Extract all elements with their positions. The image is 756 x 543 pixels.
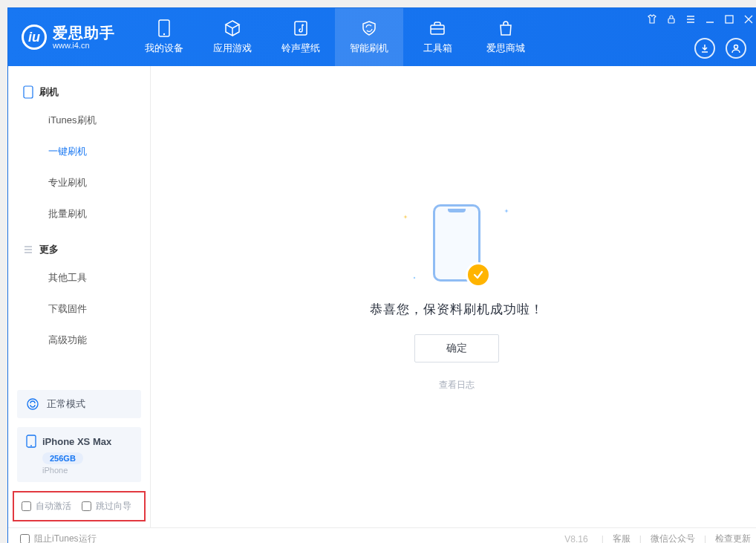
body: 刷机 iTunes刷机 一键刷机 专业刷机 批量刷机 更多 其他工具 下载固件 … bbox=[8, 66, 756, 527]
sidebar-group-more: 更多 bbox=[8, 237, 150, 262]
sidebar-item-onekey-flash[interactable]: 一键刷机 bbox=[8, 136, 150, 167]
shirt-icon[interactable] bbox=[647, 14, 656, 23]
tab-smart-flash[interactable]: 智能刷机 bbox=[335, 8, 403, 66]
tab-toolbox[interactable]: 工具箱 bbox=[403, 8, 472, 66]
sidebar-item-other-tools[interactable]: 其他工具 bbox=[8, 262, 150, 293]
svg-point-10 bbox=[30, 445, 32, 446]
sidebar-group-flash: 刷机 bbox=[8, 79, 150, 105]
app-title: 爱思助手 bbox=[53, 25, 115, 41]
mode-label: 正常模式 bbox=[47, 397, 85, 411]
sparkle-icon bbox=[504, 209, 509, 213]
tab-my-device[interactable]: 我的设备 bbox=[130, 8, 198, 66]
success-illustration bbox=[430, 203, 483, 284]
view-log-link[interactable]: 查看日志 bbox=[439, 379, 475, 391]
cube-icon bbox=[224, 19, 241, 37]
auto-activate-checkbox[interactable]: 自动激活 bbox=[22, 500, 71, 513]
tab-label: 应用游戏 bbox=[213, 42, 252, 55]
minimize-icon[interactable] bbox=[705, 14, 714, 23]
tab-label: 爱思商城 bbox=[486, 42, 525, 55]
sidebar-item-download-firmware[interactable]: 下载固件 bbox=[8, 293, 150, 325]
skip-guide-checkbox[interactable]: 跳过向导 bbox=[82, 500, 131, 513]
success-message: 恭喜您，保资料刷机成功啦！ bbox=[370, 301, 544, 318]
sidebar-item-batch-flash[interactable]: 批量刷机 bbox=[8, 198, 150, 230]
check-update-link[interactable]: 检查更新 bbox=[715, 533, 751, 543]
svg-rect-5 bbox=[726, 16, 733, 23]
wechat-link[interactable]: 微信公众号 bbox=[651, 533, 695, 543]
svg-point-6 bbox=[734, 45, 738, 49]
tab-label: 铃声壁纸 bbox=[281, 42, 320, 55]
svg-point-1 bbox=[163, 33, 165, 35]
top-tabs: 我的设备 应用游戏 铃声壁纸 智能刷机 bbox=[130, 8, 540, 66]
maximize-icon[interactable] bbox=[724, 14, 733, 23]
version-label: V8.16 bbox=[564, 534, 587, 544]
statusbar: 阻止iTunes运行 V8.16 | 客服 | 微信公众号 | 检查更新 bbox=[8, 527, 756, 543]
main-content: 恭喜您，保资料刷机成功啦！ 确定 查看日志 bbox=[151, 66, 756, 527]
tab-label: 工具箱 bbox=[423, 42, 452, 55]
support-link[interactable]: 客服 bbox=[613, 533, 630, 543]
sparkle-icon bbox=[412, 276, 417, 280]
sync-icon bbox=[26, 397, 39, 411]
logo-icon: iu bbox=[22, 25, 47, 50]
sidebar: 刷机 iTunes刷机 一键刷机 专业刷机 批量刷机 更多 其他工具 下载固件 … bbox=[8, 66, 151, 527]
phone-icon bbox=[155, 19, 173, 37]
download-button[interactable] bbox=[694, 38, 715, 59]
menu-icon[interactable] bbox=[685, 14, 694, 23]
tab-apps-games[interactable]: 应用游戏 bbox=[198, 8, 267, 66]
titlebar: iu 爱思助手 www.i4.cn 我的设备 应用游戏 bbox=[8, 8, 756, 66]
sidebar-item-itunes-flash[interactable]: iTunes刷机 bbox=[8, 105, 150, 136]
list-icon bbox=[23, 244, 33, 255]
app-window: iu 爱思助手 www.i4.cn 我的设备 应用游戏 bbox=[7, 7, 756, 543]
device-icon bbox=[26, 435, 36, 448]
user-button[interactable] bbox=[726, 38, 746, 59]
bag-icon bbox=[497, 19, 515, 37]
tab-ringtones-wallpapers[interactable]: 铃声壁纸 bbox=[267, 8, 335, 66]
refresh-shield-icon bbox=[360, 19, 378, 37]
svg-rect-7 bbox=[24, 86, 33, 98]
options-highlight-box: 自动激活 跳过向导 bbox=[13, 491, 146, 521]
tab-store[interactable]: 爱思商城 bbox=[472, 8, 540, 66]
device-info[interactable]: iPhone XS Max 256GB iPhone bbox=[17, 427, 141, 482]
mode-status: 正常模式 bbox=[17, 390, 141, 418]
device-name-label: iPhone XS Max bbox=[42, 436, 111, 447]
tab-label: 智能刷机 bbox=[350, 42, 388, 55]
svg-rect-4 bbox=[668, 19, 674, 23]
svg-rect-2 bbox=[295, 22, 307, 35]
lock-icon[interactable] bbox=[666, 14, 675, 23]
logo-area: iu 爱思助手 www.i4.cn bbox=[22, 8, 130, 66]
svg-rect-3 bbox=[431, 25, 444, 34]
ok-button[interactable]: 确定 bbox=[414, 334, 499, 362]
sidebar-item-advanced[interactable]: 高级功能 bbox=[8, 325, 150, 356]
tab-label: 我的设备 bbox=[145, 42, 183, 55]
device-type: iPhone bbox=[42, 466, 132, 475]
svg-point-11 bbox=[414, 276, 415, 278]
close-icon[interactable] bbox=[743, 14, 752, 23]
storage-badge: 256GB bbox=[42, 452, 83, 464]
sparkle-icon bbox=[403, 215, 408, 219]
block-itunes-checkbox[interactable]: 阻止iTunes运行 bbox=[20, 533, 97, 543]
phone-outline-icon bbox=[23, 85, 33, 99]
sidebar-item-pro-flash[interactable]: 专业刷机 bbox=[8, 167, 150, 198]
music-note-icon bbox=[292, 19, 310, 37]
svg-point-8 bbox=[27, 399, 38, 409]
check-badge-icon bbox=[466, 262, 491, 287]
toolbox-icon bbox=[428, 19, 446, 37]
app-subtitle: www.i4.cn bbox=[53, 41, 115, 50]
